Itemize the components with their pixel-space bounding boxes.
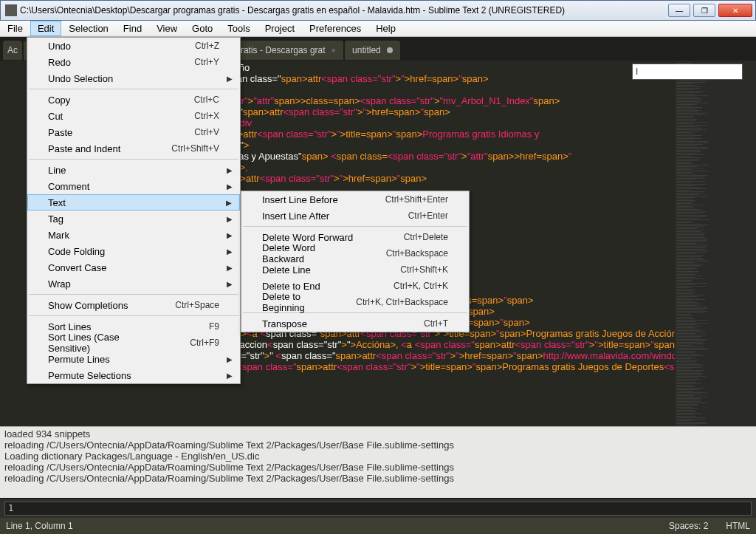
menu-find[interactable]: Find xyxy=(116,21,149,36)
tab[interactable]: untitled xyxy=(345,41,400,60)
menu-item-cut[interactable]: CutCtrl+X xyxy=(27,108,240,124)
menu-preferences[interactable]: Preferences xyxy=(302,21,368,36)
menu-item-transpose[interactable]: TransposeCtrl+T xyxy=(241,315,469,332)
menu-item-delete-to-beginning[interactable]: Delete to BeginningCtrl+K, Ctrl+Backspac… xyxy=(241,294,469,310)
maximize-button[interactable]: ❐ xyxy=(693,4,715,17)
menu-item-undo-selection[interactable]: Undo Selection▶ xyxy=(27,70,240,86)
menu-item-tag[interactable]: Tag▶ xyxy=(27,211,240,227)
menu-view[interactable]: View xyxy=(149,21,185,36)
menu-item-paste-and-indent[interactable]: Paste and IndentCtrl+Shift+V xyxy=(27,140,240,157)
close-button[interactable]: ✕ xyxy=(718,4,752,17)
menu-item-code-folding[interactable]: Code Folding▶ xyxy=(27,243,240,259)
minimize-button[interactable]: — xyxy=(668,4,690,17)
minimap[interactable]: ━━━━━━━━━━━━━━━━━━━━━━━━━━━━━━━━━━━━━━━━… xyxy=(675,61,756,426)
window-buttons: — ❐ ✕ xyxy=(668,4,752,17)
submenu-arrow-icon: ▶ xyxy=(227,182,233,191)
submenu-arrow-icon: ▶ xyxy=(227,355,233,363)
menubar: FileEditSelectionFindViewGotoToolsProjec… xyxy=(0,21,756,37)
menu-item-text[interactable]: Text▶ xyxy=(27,194,240,211)
menu-file[interactable]: File xyxy=(0,21,30,36)
menu-selection[interactable]: Selection xyxy=(61,21,115,36)
submenu-arrow-icon: ▶ xyxy=(227,372,233,380)
submenu-arrow-icon: ▶ xyxy=(227,231,233,239)
status-bar: Line 1, Column 1 Spaces: 2 HTML xyxy=(0,518,756,534)
app-icon xyxy=(5,4,17,16)
menu-item-permute-selections[interactable]: Permute Selections▶ xyxy=(27,367,240,383)
menu-goto[interactable]: Goto xyxy=(185,21,220,36)
menu-help[interactable]: Help xyxy=(368,21,403,36)
goto-bar xyxy=(0,498,756,518)
submenu-arrow-icon: ▶ xyxy=(227,215,233,223)
menu-item-wrap[interactable]: Wrap▶ xyxy=(27,276,240,292)
tab-close-icon[interactable]: × xyxy=(331,46,336,55)
submenu-arrow-icon: ▶ xyxy=(227,264,233,272)
menu-item-convert-case[interactable]: Convert Case▶ xyxy=(27,259,240,276)
menu-item-line[interactable]: Line▶ xyxy=(27,162,240,178)
menu-item-paste[interactable]: PasteCtrl+V xyxy=(27,124,240,140)
status-syntax[interactable]: HTML xyxy=(726,521,750,531)
menu-item-comment[interactable]: Comment▶ xyxy=(27,178,240,194)
menu-item-copy[interactable]: CopyCtrl+C xyxy=(27,92,240,108)
menu-item-mark[interactable]: Mark▶ xyxy=(27,227,240,243)
menu-tools[interactable]: Tools xyxy=(220,21,257,36)
menu-item-undo[interactable]: UndoCtrl+Z xyxy=(27,38,240,54)
submenu-arrow-icon: ▶ xyxy=(227,280,233,288)
menu-item-sort-lines-case-sensitive-[interactable]: Sort Lines (Case Sensitive)Ctrl+F9 xyxy=(27,335,240,351)
text-submenu: Insert Line BeforeCtrl+Shift+EnterInsert… xyxy=(241,191,470,332)
dirty-dot-icon xyxy=(387,47,393,53)
menu-item-insert-line-before[interactable]: Insert Line BeforeCtrl+Shift+Enter xyxy=(241,191,469,208)
menu-edit[interactable]: Edit xyxy=(30,21,61,36)
menu-item-redo[interactable]: RedoCtrl+Y xyxy=(27,54,240,70)
submenu-arrow-icon: ▶ xyxy=(227,166,233,174)
submenu-arrow-icon: ▶ xyxy=(227,75,233,83)
console: loaded 934 snippetsreloading /C/Users/On… xyxy=(0,426,756,498)
menu-item-permute-lines[interactable]: Permute Lines▶ xyxy=(27,351,240,367)
status-position: Line 1, Column 1 xyxy=(6,521,651,531)
goto-input[interactable] xyxy=(4,502,752,516)
menu-item-show-completions[interactable]: Show CompletionsCtrl+Space xyxy=(27,297,240,313)
titlebar: C:\Users\Ontecnia\Desktop\Descargar prog… xyxy=(0,0,756,21)
menu-project[interactable]: Project xyxy=(258,21,302,36)
status-spaces[interactable]: Spaces: 2 xyxy=(669,521,708,531)
submenu-arrow-icon: ▶ xyxy=(226,199,232,207)
menu-item-delete-word-backward[interactable]: Delete Word BackwardCtrl+Backspace xyxy=(241,245,469,261)
edit-menu: UndoCtrl+ZRedoCtrl+YUndo Selection▶CopyC… xyxy=(27,37,241,384)
menu-item-delete-line[interactable]: Delete LineCtrl+Shift+K xyxy=(241,261,469,278)
window-title: C:\Users\Ontecnia\Desktop\Descargar prog… xyxy=(20,5,668,16)
menu-item-insert-line-after[interactable]: Insert Line AfterCtrl+Enter xyxy=(241,208,469,224)
search-input[interactable] xyxy=(632,64,743,80)
tab[interactable]: Ac xyxy=(3,41,22,60)
work-area: Acgratis - Descargas grat×Descargar prog… xyxy=(0,37,756,426)
submenu-arrow-icon: ▶ xyxy=(227,247,233,256)
